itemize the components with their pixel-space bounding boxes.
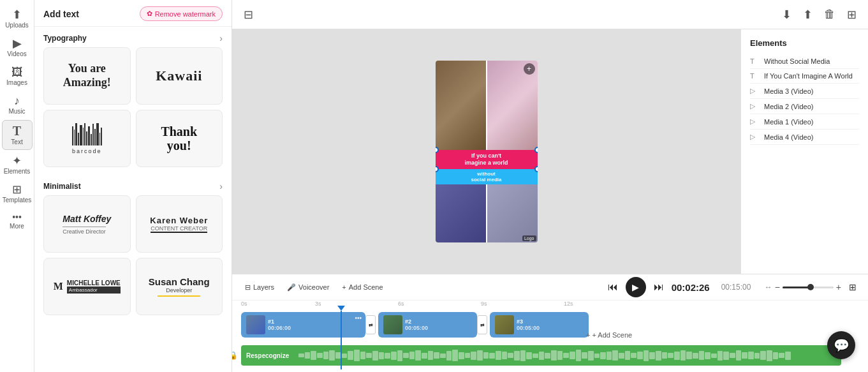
- sidebar-item-templates[interactable]: ⊞ Templates: [2, 180, 33, 207]
- sidebar-item-images[interactable]: 🖼 Images: [2, 63, 33, 90]
- skip-back-button[interactable]: ⏮: [605, 280, 621, 294]
- minimalist-section-header: Minimalist ›: [34, 175, 232, 195]
- layers-button[interactable]: ⊟ Layers: [241, 281, 278, 294]
- panel-title: Add text: [43, 9, 79, 19]
- sidebar: ⬆ Uploads ▶ Videos 🖼 Images ♪ Music T Te…: [0, 0, 34, 372]
- skip-forward-button[interactable]: ⏭: [651, 280, 666, 294]
- sidebar-item-more[interactable]: ••• More: [2, 209, 33, 234]
- sidebar-item-uploads[interactable]: ⬆ Uploads: [2, 5, 33, 33]
- preview-bottom-photo-1: [436, 184, 486, 242]
- element-media-2[interactable]: ▷ Media 2 (Video): [750, 99, 859, 114]
- videos-icon: ▶: [13, 38, 22, 49]
- typography-arrow-icon[interactable]: ›: [219, 33, 223, 43]
- thank-you-template[interactable]: Thankyou!: [136, 110, 223, 167]
- zoom-slider-thumb[interactable]: [807, 284, 814, 290]
- grid-view-button[interactable]: ⊞: [846, 281, 859, 294]
- chat-button[interactable]: 💬: [827, 331, 855, 359]
- selection-handle-tr[interactable]: [534, 147, 538, 153]
- sidebar-item-videos[interactable]: ▶ Videos: [2, 34, 33, 61]
- voiceover-button[interactable]: 🎤 Voiceover: [283, 281, 333, 294]
- play-button[interactable]: ▶: [626, 277, 646, 297]
- sidebar-uploads-label: Uploads: [5, 22, 29, 29]
- you-are-amazing-text: You areAmazing!: [58, 57, 116, 94]
- selection-handle-tl[interactable]: [436, 147, 439, 153]
- sidebar-images-label: Images: [6, 79, 27, 86]
- scene-3-label: #3: [517, 318, 540, 325]
- resize-icon: ↔: [765, 283, 772, 292]
- ruler-tick-0s: 0s: [241, 301, 247, 307]
- karen-weber-card: Karen Weber CONTENT CREATOR: [143, 209, 214, 239]
- waveform: // Generate waveform bars inline (functi…: [241, 345, 841, 366]
- minimalist-arrow-icon[interactable]: ›: [219, 181, 223, 191]
- zoom-out-button[interactable]: −: [775, 282, 780, 292]
- scene-block-2[interactable]: #2 00:05:00: [378, 312, 477, 338]
- kawaii-template[interactable]: Kawaii: [136, 47, 223, 105]
- element-media-1[interactable]: ▷ Media 1 (Video): [750, 114, 859, 130]
- timeline-playhead[interactable]: [341, 311, 342, 369]
- scene-block-3[interactable]: #3 00:05:00: [490, 312, 589, 338]
- video-element-icon-1: ▷: [750, 87, 759, 95]
- selection-handle-br[interactable]: [534, 166, 538, 172]
- barcode-template[interactable]: barcode: [43, 110, 131, 167]
- audio-track-row: 🔒 Respecognize // Generate waveform bars…: [241, 341, 859, 369]
- chat-icon: 💬: [834, 338, 850, 353]
- transition-marker-2[interactable]: ⇄: [477, 315, 487, 334]
- ruler-tick-3s: 3s: [315, 301, 321, 307]
- transition-marker-1[interactable]: ⇄: [365, 315, 376, 334]
- upload-icon[interactable]: ⬆: [800, 5, 815, 24]
- sidebar-item-music[interactable]: ♪ Music: [2, 91, 33, 119]
- delete-icon[interactable]: 🗑: [821, 5, 838, 24]
- element-media-4[interactable]: ▷ Media 4 (Video): [750, 130, 859, 145]
- karen-weber-template[interactable]: Karen Weber CONTENT CREATOR: [136, 195, 223, 253]
- scene-block-1[interactable]: #1 00:06:00 •••: [241, 312, 365, 338]
- michelle-lowe-card: M MICHELLE LOWE Ambassador: [48, 274, 126, 299]
- timeline-ruler: 0s 3s 6s 9s 12s: [232, 301, 868, 311]
- layers-icon[interactable]: ⊟: [241, 5, 256, 24]
- sidebar-more-label: More: [10, 223, 24, 230]
- add-logo-button[interactable]: +: [524, 63, 535, 75]
- grid-icon[interactable]: ⊞: [844, 5, 859, 24]
- zoom-in-button[interactable]: +: [836, 282, 841, 292]
- michelle-info: MICHELLE LOWE Ambassador: [67, 279, 121, 294]
- preview-photo-left: [436, 61, 486, 150]
- element-media-3[interactable]: ▷ Media 3 (Video): [750, 84, 859, 99]
- preview-blue-text: without social media: [439, 171, 534, 182]
- images-icon: 🖼: [11, 66, 23, 78]
- element-without-social-media[interactable]: T Without Social Media: [750, 54, 859, 69]
- scene-1-menu-icon[interactable]: •••: [355, 315, 362, 322]
- minimalist-grid: Matt Koffey Creative Director Karen Webe…: [34, 195, 232, 320]
- music-icon: ♪: [14, 95, 20, 107]
- audio-track[interactable]: Respecognize // Generate waveform bars i…: [241, 345, 841, 366]
- download-icon[interactable]: ⬇: [779, 5, 794, 24]
- sidebar-item-text[interactable]: T Text: [2, 120, 33, 150]
- scenes-track: #1 00:06:00 ••• ⇄: [241, 311, 859, 339]
- matt-koffey-template[interactable]: Matt Koffey Creative Director: [43, 195, 131, 253]
- layers-btn-label: Layers: [253, 283, 274, 291]
- remove-watermark-button[interactable]: ✿ Remove watermark: [140, 6, 223, 21]
- element-if-you-cant[interactable]: T If You Can't Imagine A World: [750, 69, 859, 84]
- matt-koffey-title: Creative Director: [63, 227, 106, 235]
- michelle-lowe-template[interactable]: M MICHELLE LOWE Ambassador: [43, 258, 131, 315]
- zoom-slider[interactable]: [783, 286, 834, 288]
- top-bar-actions: ⬇ ⬆ 🗑 ⊞: [779, 5, 859, 24]
- you-are-amazing-template[interactable]: You areAmazing!: [43, 47, 131, 105]
- preview-blue-overlay[interactable]: without social media: [436, 169, 538, 184]
- sidebar-item-elements[interactable]: ✦ Elements: [2, 151, 33, 179]
- selection-handle-bl[interactable]: [436, 166, 439, 172]
- lock-icon[interactable]: 🔒: [232, 351, 238, 360]
- susan-chang-name: Susan Chang: [149, 276, 210, 287]
- add-scene-button[interactable]: + Add Scene: [338, 281, 386, 293]
- typography-title: Typography: [43, 34, 87, 43]
- zoom-slider-fill: [783, 286, 811, 288]
- preview-pink-overlay[interactable]: If you can't imagine a world: [436, 150, 538, 169]
- scene-2-info: #2 00:05:00: [405, 318, 428, 331]
- element-if-you-cant-label: If You Can't Imagine A World: [764, 72, 853, 80]
- susan-chang-template[interactable]: Susan Chang Developer: [136, 258, 223, 315]
- add-scene-label: Add Scene: [349, 283, 383, 291]
- barcode-lines: [72, 123, 102, 145]
- thank-you-text: Thankyou!: [161, 124, 197, 153]
- element-media-4-label: Media 4 (Video): [764, 133, 813, 141]
- typography-grid: You areAmazing! Kawaii barcode Thankyou!: [34, 47, 232, 172]
- add-scene-timeline-button[interactable]: + + Add Scene: [586, 331, 632, 339]
- element-media-3-label: Media 3 (Video): [764, 87, 813, 95]
